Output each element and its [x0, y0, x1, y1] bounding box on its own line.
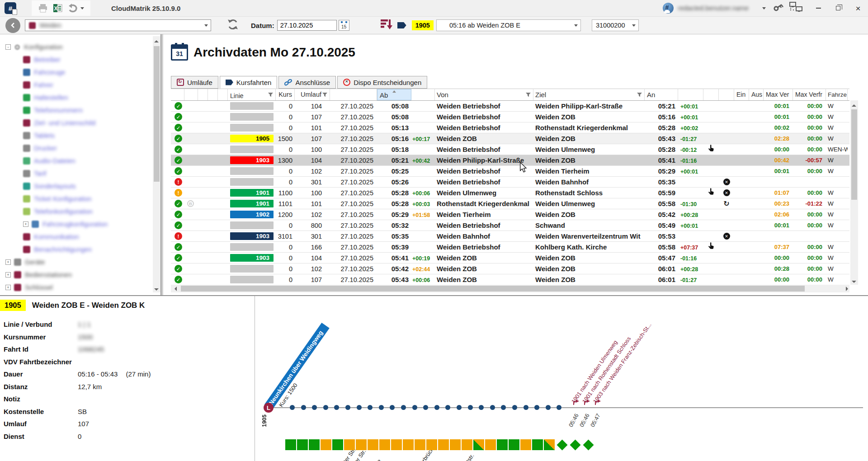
table-row[interactable]: 0 104 27.10.2025 05:08 Weiden Betriebsho… — [171, 101, 849, 112]
table-row[interactable]: 1903 1300 104 27.10.2025 05:21 +00:42 We… — [171, 155, 849, 166]
route-stop[interactable]: Frauenricht 05:33 — [501, 405, 506, 410]
sidebar-item[interactable]: Haltestellen — [0, 91, 160, 104]
tab-kursfahrten[interactable]: Kursfahrten — [220, 76, 278, 89]
col-ab[interactable]: Ab — [377, 89, 411, 100]
route-stop[interactable]: - Weigelstraße 05:18 — [301, 405, 306, 410]
route-stop[interactable]: Halmesricht. Abzw. 05:32 — [490, 405, 495, 410]
col-von[interactable]: Von — [435, 89, 533, 100]
minimize-button[interactable] — [808, 0, 828, 16]
table-row[interactable]: 0 800 27.10.2025 05:32 Weiden Betriebsho… — [171, 220, 849, 231]
table-row[interactable]: 1903 3101 301 27.10.2025 05:35 Weiden Ba… — [171, 231, 849, 242]
sidebar-scrollbar[interactable] — [153, 36, 160, 292]
restore-button[interactable] — [828, 0, 848, 16]
route-stop[interactable]: - Feuerwehr 05:29 — [457, 405, 462, 410]
trip-list-icon[interactable] — [380, 19, 393, 32]
sidebar-item[interactable]: + Schlüssel — [0, 281, 160, 294]
route-stop[interactable]: - Jugendzentrum 05:20 — [334, 405, 339, 410]
table-row[interactable]: 0 102 27.10.2025 05:42 +02:44 Weiden ZOB… — [171, 263, 849, 274]
table-row[interactable]: 0 107 27.10.2025 05:08 Weiden Betriebsho… — [171, 112, 849, 122]
remote-screens-icon[interactable] — [789, 2, 803, 14]
tab-anschluesse[interactable]: Anschlüsse — [278, 76, 336, 89]
sidebar-item[interactable]: Tarif — [0, 167, 160, 180]
col-ziel[interactable]: Ziel — [533, 89, 645, 100]
route-stop[interactable]: - Weidingweg 28 05:22 — [368, 405, 373, 410]
tree-expander-icon[interactable]: + — [5, 259, 11, 265]
sidebar-item[interactable]: - ⚙ Konfiguration — [0, 41, 160, 53]
hand-pointer-icon[interactable] — [708, 188, 714, 198]
table-vertical-scrollbar[interactable] — [850, 100, 858, 285]
tree-expander-icon[interactable]: + — [23, 221, 28, 227]
route-stop[interactable]: - Schweiger-/Frauenrichter Str. 05:19 — [312, 405, 317, 410]
route-stop[interactable]: - Latsch 05:26 — [423, 405, 428, 410]
col-umlauf[interactable]: Umlauf — [295, 89, 330, 100]
table-row[interactable]: 1901 1101 101 27.10.2025 05:28 +00:03 Ro… — [171, 198, 849, 209]
route-stop[interactable]: - Schweiger/Königsberger Str. 05:19 — [323, 405, 328, 410]
route-stop[interactable]: - Berufsschule/Sporthalle 05:21 — [345, 405, 350, 410]
route-stop[interactable]: - Weidingweg 52 05:23 — [379, 405, 384, 410]
sidebar-item[interactable]: + Geräte — [0, 256, 160, 268]
table-row[interactable]: 0 101 27.10.2025 05:13 Weiden Betriebsho… — [171, 122, 849, 133]
col-linie[interactable]: Linie — [228, 89, 276, 100]
table-row[interactable]: 1902 1200 102 27.10.2025 05:29 +01:58 We… — [171, 209, 849, 220]
trip-select[interactable]: 05:16 ab Weiden ZOB E — [436, 19, 581, 31]
tab-umlaeufe[interactable]: Umläufe — [171, 76, 218, 89]
sidebar-item[interactable]: Fahrer — [0, 79, 160, 91]
tab-dispo[interactable]: Dispo Entscheidungen — [337, 76, 427, 89]
tree-expander-icon[interactable]: + — [5, 272, 11, 278]
route-stop[interactable]: - In der Weiding 15 05:25 — [401, 405, 406, 410]
sidebar-item[interactable]: Telefonnummern — [0, 104, 160, 117]
col-kurs[interactable]: Kurs — [276, 89, 295, 100]
route-stop[interactable]: Neunkirchen Staudenhutstr. 05:27 — [434, 405, 439, 410]
tree-expander-icon[interactable]: - — [5, 44, 11, 50]
table-row[interactable]: 0 166 27.10.2025 05:39 Weiden Betriebsho… — [171, 242, 849, 253]
back-button[interactable] — [5, 18, 20, 33]
col-ein[interactable]: Ein — [734, 89, 749, 100]
print-button[interactable] — [38, 4, 48, 13]
col-max-ver[interactable]: Max Ver — [764, 89, 793, 100]
route-stop[interactable]: - Pfarräckerstraße 05:31 — [479, 405, 484, 410]
route-stop[interactable]: - ZOB 05:43 — [557, 405, 561, 410]
refresh-button[interactable] — [226, 18, 239, 33]
col-datum[interactable] — [330, 89, 377, 100]
col-aus[interactable]: Aus — [749, 89, 764, 100]
route-stop[interactable]: - Ackerstraße 05:38 — [534, 405, 539, 410]
route-stop[interactable]: - Stockerhutweg 05:37 — [524, 405, 528, 410]
table-row[interactable]: 0 102 27.10.2025 05:25 Weiden Betriebsho… — [171, 166, 849, 177]
sidebar-item[interactable]: Ticket Konfiguration — [0, 193, 160, 205]
sidebar-item[interactable]: + Bedienstationen — [0, 268, 160, 281]
table-row[interactable]: 0 107 27.10.2025 05:43 +00:06 Weiden ZOB… — [171, 274, 849, 285]
sidebar-item[interactable]: Betreiber — [0, 53, 160, 66]
sidebar-item[interactable]: Ziel- und Linienschild — [0, 117, 160, 129]
table-row[interactable]: 0 100 27.10.2025 05:18 Weiden Betriebsho… — [171, 144, 849, 155]
table-row[interactable]: 0 301 27.10.2025 05:26 Weiden Betriebsho… — [171, 177, 849, 188]
route-stop[interactable]: - Weidingweg/Fußgängerbrücke 05:24 — [390, 405, 395, 410]
col-fahrzeug[interactable]: Fahrze — [826, 89, 848, 100]
sidebar-item[interactable]: Tablets — [0, 129, 160, 142]
sidebar-item[interactable]: Fahrzeuge — [0, 66, 160, 79]
col-max-verfr[interactable]: Max Verfr — [793, 89, 826, 100]
sidebar-item[interactable]: Benachrichtigungen — [0, 243, 160, 256]
organisation-select[interactable]: Weiden — [25, 19, 211, 31]
tree-expander-icon[interactable]: + — [5, 285, 11, 290]
hand-pointer-icon[interactable] — [708, 242, 714, 252]
stop-code-select[interactable]: 31000200 — [592, 19, 639, 31]
sidebar-item[interactable]: Drucker — [0, 142, 160, 155]
table-horizontal-scrollbar[interactable] — [171, 285, 849, 292]
sidebar-item[interactable]: + Fahrzeugkonfiguration — [0, 218, 160, 230]
route-stop[interactable]: Weiden ZOB 05:16 — [290, 405, 295, 410]
table-row[interactable]: 1905 1500 107 27.10.2025 05:16 +00:17 We… — [171, 133, 849, 144]
excel-export-button[interactable]: X — [53, 4, 62, 13]
calendar-picker-icon[interactable]: 15 — [339, 20, 349, 31]
key-icon[interactable] — [772, 2, 784, 14]
table-row[interactable]: 1903 0 104 27.10.2025 05:41 +00:19 Weide… — [171, 253, 849, 263]
sidebar-item[interactable]: Telefonkonfiguration — [0, 205, 160, 218]
sidebar-item[interactable]: Sonderlayouts — [0, 180, 160, 193]
datum-input[interactable] — [277, 20, 337, 31]
close-button[interactable]: × — [848, 0, 868, 16]
sidebar-item[interactable]: Kommunikation — [0, 230, 160, 243]
route-stop[interactable]: - Latscher Straße 05:28 — [445, 405, 450, 410]
route-stop[interactable]: Weiden Kaserne 05:35 — [512, 405, 517, 410]
route-stop[interactable]: - Hofackerstraße 05:30 — [468, 405, 473, 410]
user-dropdown-caret[interactable] — [762, 7, 766, 9]
route-stop[interactable]: - Frühlingstraße 05:22 — [357, 405, 362, 410]
